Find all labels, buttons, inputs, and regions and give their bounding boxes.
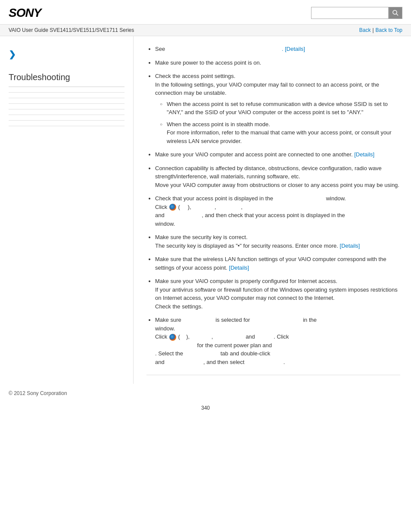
search-button[interactable]: [389, 7, 402, 19]
header: SONY: [0, 0, 411, 25]
sidebar-divider-7: [9, 126, 125, 126]
list-item: Check that your access point is displaye…: [155, 194, 400, 228]
sidebar: ❯ Troubleshooting: [0, 36, 134, 384]
details-link-8[interactable]: [Details]: [229, 264, 249, 271]
details-link-4[interactable]: [Details]: [354, 151, 374, 158]
bullet-text: Make sure that the wireless LAN function…: [155, 256, 386, 271]
bullet-text: Make sure power to the access point is o…: [155, 59, 261, 66]
list-item: Make sure that the wireless LAN function…: [155, 255, 400, 272]
sidebar-divider-2: [9, 98, 125, 98]
bullet-body: In the following settings, your VAIO com…: [155, 81, 379, 96]
sub-list: When the access point is set to refuse c…: [155, 100, 400, 146]
content-divider: [146, 375, 400, 375]
list-item: Make sure your VAIO computer is properly…: [155, 277, 400, 311]
bullet-subtext2: Click ( ), , and . Click: [155, 333, 289, 340]
svg-point-0: [393, 10, 397, 14]
sidebar-title: Troubleshooting: [9, 72, 125, 87]
main-content: See . [Details] Make sure power to the a…: [134, 36, 411, 384]
list-item: See . [Details]: [155, 45, 400, 53]
list-item: Make sure the security key is correct.Th…: [155, 233, 400, 250]
bullet-text: Make sure is selected for in the: [155, 317, 317, 323]
bullet-subtext4: . Select the tab and double-click: [155, 350, 270, 357]
bullet-subtext5: and , and then select .: [155, 359, 285, 365]
details-link-7[interactable]: [Details]: [340, 243, 360, 249]
sidebar-divider-5: [9, 115, 125, 115]
bullet-subtext: Click (: [155, 204, 180, 210]
bullet-subtext2: ), , ,: [181, 204, 243, 210]
sub-list-item: When the access point is in stealth mode…: [162, 120, 400, 146]
bullet-text: Check the access point settings.: [155, 73, 235, 79]
back-link[interactable]: Back: [359, 27, 371, 33]
search-input[interactable]: [311, 7, 389, 19]
search-area: [311, 7, 402, 19]
list-item: Make sure your VAIO computer and access …: [155, 150, 400, 159]
sony-logo: SONY: [9, 6, 41, 20]
bullet-text: Make sure the security key is correct.Th…: [155, 234, 340, 249]
back-to-top-link[interactable]: Back to Top: [376, 27, 402, 33]
bullet-text: Make sure your VAIO computer and access …: [155, 151, 354, 158]
windows-icon: [169, 204, 176, 211]
bullet-subtext3: for the current power plan and: [155, 342, 272, 348]
copyright-text: © 2012 Sony Corporation: [9, 390, 67, 396]
bullet-list: See . [Details] Make sure power to the a…: [146, 45, 400, 366]
sidebar-divider-3: [9, 103, 125, 104]
content-wrapper: ❯ Troubleshooting See . [Details]: [0, 36, 411, 384]
nav-bar: VAIO User Guide SVE1411/SVE1511/SVE1711 …: [0, 25, 411, 36]
bullet-text: Connection capability is affected by dis…: [155, 165, 399, 188]
bullet-subtext4: window.: [155, 221, 175, 227]
list-item: Make sure is selected for in the window.…: [155, 316, 400, 366]
list-item: Make sure power to the access point is o…: [155, 59, 400, 67]
nav-guide-title: VAIO User Guide SVE1411/SVE1511/SVE1711 …: [9, 27, 134, 33]
bullet-text: Make sure your VAIO computer is properly…: [155, 278, 398, 310]
sidebar-chevron: ❯: [9, 49, 125, 59]
page-number: 340: [0, 401, 411, 420]
footer: © 2012 Sony Corporation: [0, 384, 411, 401]
bullet-subtext: window.: [155, 325, 175, 332]
svg-line-1: [396, 14, 398, 16]
nav-links: Back | Back to Top: [359, 27, 402, 33]
sidebar-divider-4: [9, 109, 125, 109]
details-link-1[interactable]: . [Details]: [282, 46, 305, 52]
search-icon: [392, 9, 399, 16]
nav-separator: |: [372, 27, 374, 33]
bullet-text: Check that your access point is displaye…: [155, 195, 346, 202]
sub-list-item: When the access point is set to refuse c…: [162, 100, 400, 117]
sidebar-divider-6: [9, 120, 125, 121]
list-item: Check the access point settings. In the …: [155, 72, 400, 145]
list-item: Connection capability is affected by dis…: [155, 164, 400, 190]
bullet-subtext3: and , and then check that your access po…: [155, 212, 345, 218]
windows-icon-2: [169, 334, 176, 341]
bullet-text: See: [155, 46, 165, 52]
sidebar-divider-1: [9, 92, 125, 93]
